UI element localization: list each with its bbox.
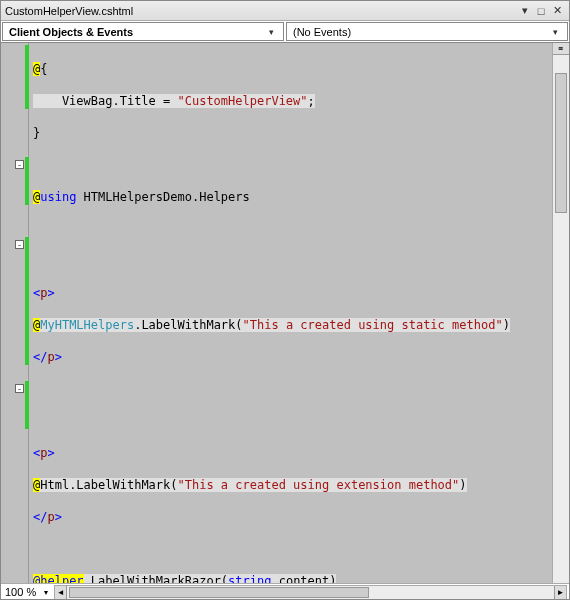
code-line: <p>	[29, 285, 552, 301]
code-editor[interactable]: @{ ViewBag.Title = "CustomHelperView"; }…	[29, 43, 552, 583]
code-line	[29, 253, 552, 269]
document-tab-title[interactable]: CustomHelperView.cshtml	[5, 5, 517, 17]
code-line: ViewBag.Title = "CustomHelperView";	[29, 93, 552, 109]
status-bar: 100 % ▾ ◄ ►	[1, 583, 569, 600]
event-dropdown-label: (No Events)	[293, 26, 549, 38]
scrollbar-thumb[interactable]	[69, 587, 369, 598]
outline-toggle-icon[interactable]: -	[15, 160, 24, 169]
code-line: @helper LabelWithMarkRazor(string conten…	[29, 573, 552, 583]
code-line: <p>	[29, 445, 552, 461]
window-dropdown-icon[interactable]: ▾	[517, 4, 533, 17]
code-line	[29, 381, 552, 397]
editor-area: - - - @{ ViewBag.Title = "CustomHelperVi…	[1, 43, 569, 583]
split-grip-icon[interactable]: ≡	[553, 43, 569, 55]
code-line	[29, 541, 552, 557]
horizontal-scrollbar[interactable]: ◄ ►	[54, 585, 567, 600]
scroll-left-icon[interactable]: ◄	[55, 586, 67, 599]
code-line	[29, 157, 552, 173]
outline-toggle-icon[interactable]: -	[15, 240, 24, 249]
document-tab-bar: CustomHelperView.cshtml ▾ □ ✕	[1, 1, 569, 21]
code-line: @using HTMLHelpersDemo.Helpers	[29, 189, 552, 205]
zoom-level[interactable]: 100 %	[1, 586, 40, 598]
code-line	[29, 413, 552, 429]
code-line: }	[29, 125, 552, 141]
code-line: </p>	[29, 509, 552, 525]
outline-toggle-icon[interactable]: -	[15, 384, 24, 393]
object-dropdown-label: Client Objects & Events	[9, 26, 265, 38]
object-dropdown[interactable]: Client Objects & Events ▾	[2, 22, 284, 41]
scrollbar-thumb[interactable]	[555, 73, 567, 213]
code-line: </p>	[29, 349, 552, 365]
event-dropdown[interactable]: (No Events) ▾	[286, 22, 568, 41]
scroll-right-icon[interactable]: ►	[554, 586, 566, 599]
code-line	[29, 221, 552, 237]
zoom-dropdown-icon[interactable]: ▾	[40, 588, 52, 597]
vertical-scrollbar[interactable]: ≡	[552, 43, 569, 583]
window-close-icon[interactable]: ✕	[549, 4, 565, 17]
editor-margin: - - -	[1, 43, 29, 583]
code-line: @MyHTMLHelpers.LabelWithMark("This a cre…	[29, 317, 552, 333]
chevron-down-icon: ▾	[549, 27, 561, 37]
window-restore-icon[interactable]: □	[533, 5, 549, 17]
chevron-down-icon: ▾	[265, 27, 277, 37]
code-line: @Html.LabelWithMark("This a created usin…	[29, 477, 552, 493]
navigation-bar: Client Objects & Events ▾ (No Events) ▾	[1, 21, 569, 43]
code-line: @{	[29, 61, 552, 77]
